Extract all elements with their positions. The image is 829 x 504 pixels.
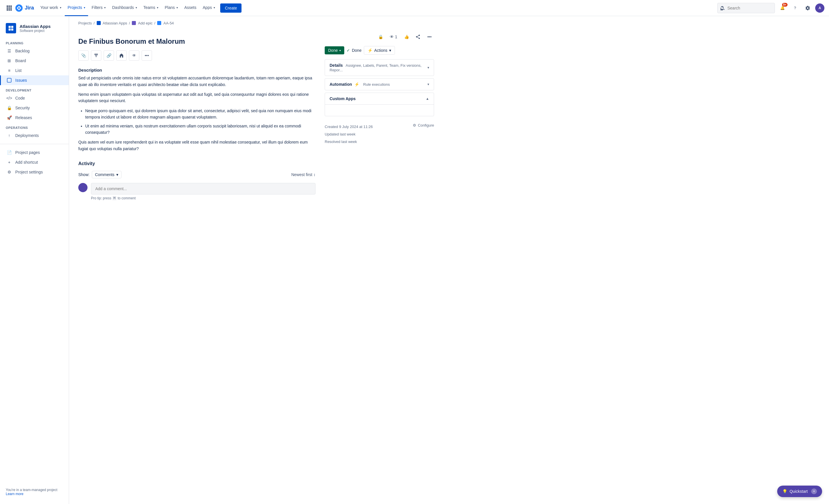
custom-apps-panel: Custom Apps ▲ bbox=[325, 93, 434, 116]
custom-apps-title: Custom Apps bbox=[330, 96, 356, 101]
custom-apps-panel-header[interactable]: Custom Apps ▲ bbox=[325, 93, 434, 105]
nav-items: Your work▾ Projects▾ Filters▾ Dashboards… bbox=[37, 0, 218, 16]
thumbsup-icon[interactable]: 👍 bbox=[402, 32, 411, 41]
sidebar-item-security[interactable]: 🔒 Security bbox=[0, 103, 69, 113]
releases-icon: 🚀 bbox=[7, 115, 12, 120]
search-input[interactable] bbox=[727, 6, 768, 10]
sidebar-item-project-pages[interactable]: 📄 Project pages bbox=[0, 148, 69, 157]
description-section: Description Sed ut perspiciatis unde omn… bbox=[78, 68, 316, 152]
project-icon bbox=[6, 23, 16, 33]
issues-icon bbox=[7, 78, 12, 83]
description-p3: Quis autem vel eum iure reprehenderit qu… bbox=[78, 139, 316, 152]
comment-area bbox=[78, 183, 316, 194]
svg-rect-0 bbox=[7, 5, 8, 7]
settings-button[interactable] bbox=[802, 3, 813, 13]
custom-apps-body bbox=[325, 105, 434, 116]
learn-more-link[interactable]: Learn more bbox=[6, 492, 23, 496]
svg-rect-4 bbox=[9, 7, 10, 9]
list-item: Ut enim ad minima veniam, quis nostrum e… bbox=[85, 123, 316, 136]
nav-filters[interactable]: Filters▾ bbox=[89, 0, 109, 16]
pages-icon: 📄 bbox=[7, 150, 12, 155]
nav-teams[interactable]: Teams▾ bbox=[141, 0, 161, 16]
list-icon: ≡ bbox=[7, 68, 12, 73]
svg-rect-5 bbox=[10, 7, 12, 9]
sidebar-item-releases[interactable]: 🚀 Releases bbox=[0, 113, 69, 122]
automation-panel-header[interactable]: Automation ⚡ Rule executions ▾ bbox=[325, 79, 434, 90]
breadcrumb-project[interactable]: Atlassian Apps bbox=[103, 21, 127, 25]
sidebar-item-code[interactable]: </> Code bbox=[0, 93, 69, 103]
details-panel: Details Assignee, Labels, Parent, Team, … bbox=[325, 59, 434, 76]
status-label: Done bbox=[328, 48, 338, 53]
create-button[interactable]: Create bbox=[220, 3, 242, 13]
attach-button[interactable]: 📎 bbox=[78, 50, 89, 61]
more-icon[interactable]: ••• bbox=[425, 32, 434, 41]
status-button[interactable]: Done ▾ bbox=[325, 46, 344, 54]
jira-logo[interactable]: Jira bbox=[15, 4, 34, 12]
sidebar-item-board[interactable]: ⊞ Board bbox=[0, 56, 69, 66]
configure-button[interactable]: ⚙ Configure bbox=[413, 123, 434, 127]
automation-subtitle: Rule executions bbox=[363, 82, 390, 87]
breadcrumb-projects[interactable]: Projects bbox=[78, 21, 92, 25]
code-icon: </> bbox=[7, 95, 12, 101]
nav-your-work[interactable]: Your work▾ bbox=[37, 0, 64, 16]
comments-dropdown[interactable]: Comments ▾ bbox=[92, 171, 121, 178]
sidebar-item-project-settings[interactable]: ⚙ Project settings bbox=[0, 167, 69, 177]
description-p1: Sed ut perspiciatis unde omnis iste natu… bbox=[78, 75, 316, 88]
notifications-button[interactable]: 🔔 9+ bbox=[777, 3, 788, 13]
link-button[interactable]: 🔗 bbox=[104, 50, 114, 61]
sidebar-item-deployments[interactable]: ↑ Deployments bbox=[0, 130, 69, 141]
nav-assets[interactable]: Assets bbox=[181, 0, 199, 16]
actions-button[interactable]: ⚡ Actions ▾ bbox=[364, 46, 395, 55]
svg-rect-13 bbox=[7, 78, 11, 82]
board-icon: ⊞ bbox=[7, 58, 12, 63]
breadcrumb-issue-key[interactable]: AA-54 bbox=[164, 21, 174, 25]
add-shortcut-icon: + bbox=[7, 160, 12, 165]
watch-count: 1 bbox=[395, 35, 397, 39]
nav-dashboards[interactable]: Dashboards▾ bbox=[109, 0, 140, 16]
comment-input[interactable] bbox=[91, 183, 316, 194]
created-value: 9 July 2024 at 11:26 bbox=[339, 124, 373, 129]
svg-rect-6 bbox=[7, 9, 8, 11]
help-button[interactable]: ? bbox=[790, 3, 800, 13]
details-panel-header[interactable]: Details Assignee, Labels, Parent, Team, … bbox=[325, 60, 434, 76]
sidebar-bottom: You're in a team-managed project Learn m… bbox=[0, 484, 69, 499]
svg-rect-16 bbox=[157, 21, 161, 25]
sort-control[interactable]: Newest first ↕ bbox=[291, 172, 316, 177]
child-issue-button[interactable] bbox=[91, 50, 101, 61]
nav-apps[interactable]: Apps▾ bbox=[200, 0, 218, 16]
watch-button[interactable]: 👁 1 bbox=[388, 33, 400, 40]
nav-projects[interactable]: Projects▾ bbox=[65, 0, 88, 16]
sidebar-item-add-shortcut[interactable]: + Add shortcut bbox=[0, 157, 69, 167]
share-icon[interactable] bbox=[413, 32, 423, 41]
automation-chevron-icon: ▾ bbox=[427, 82, 429, 86]
sidebar-item-list[interactable]: ≡ List bbox=[0, 66, 69, 75]
more-button[interactable]: ••• bbox=[142, 50, 152, 61]
search-box[interactable] bbox=[717, 3, 775, 13]
issue-type-icon bbox=[157, 21, 162, 25]
sidebar-item-issues[interactable]: Issues bbox=[0, 75, 69, 85]
quickstart-button[interactable]: 💡 Quickstart × bbox=[777, 486, 822, 497]
watch-button[interactable]: 👁 bbox=[129, 50, 139, 61]
top-navigation: Jira Your work▾ Projects▾ Filters▾ Dashb… bbox=[0, 0, 829, 16]
svg-rect-3 bbox=[7, 7, 8, 9]
eye-icon: 👁 bbox=[390, 35, 394, 39]
issue-header-actions: 🔒 👁 1 👍 ••• bbox=[325, 32, 434, 41]
issue-toolbar: 📎 🔗 👁 ••• bbox=[78, 50, 316, 61]
automation-title: Automation bbox=[330, 82, 352, 87]
quickstart-close-button[interactable]: × bbox=[811, 489, 817, 494]
status-row: Done ▾ ✓ Done ⚡ Actions ▾ bbox=[325, 46, 434, 55]
nav-plans[interactable]: Plans▾ bbox=[162, 0, 181, 16]
project-bc-icon bbox=[97, 21, 101, 25]
lock-icon[interactable]: 🔒 bbox=[376, 32, 385, 41]
sidebar-item-backlog[interactable]: ☰ Backlog bbox=[0, 46, 69, 56]
svg-rect-10 bbox=[11, 26, 13, 28]
backlog-icon: ☰ bbox=[7, 48, 12, 53]
mark-button[interactable] bbox=[116, 50, 127, 61]
grid-menu-icon[interactable] bbox=[5, 3, 14, 13]
svg-rect-8 bbox=[10, 9, 12, 11]
description-title: Description bbox=[78, 68, 316, 73]
user-avatar[interactable]: A bbox=[815, 3, 824, 13]
nav-right: 🔔 9+ ? A bbox=[717, 3, 824, 13]
breadcrumb-add-epic[interactable]: Add epic bbox=[138, 21, 153, 25]
gear-icon bbox=[805, 5, 810, 11]
